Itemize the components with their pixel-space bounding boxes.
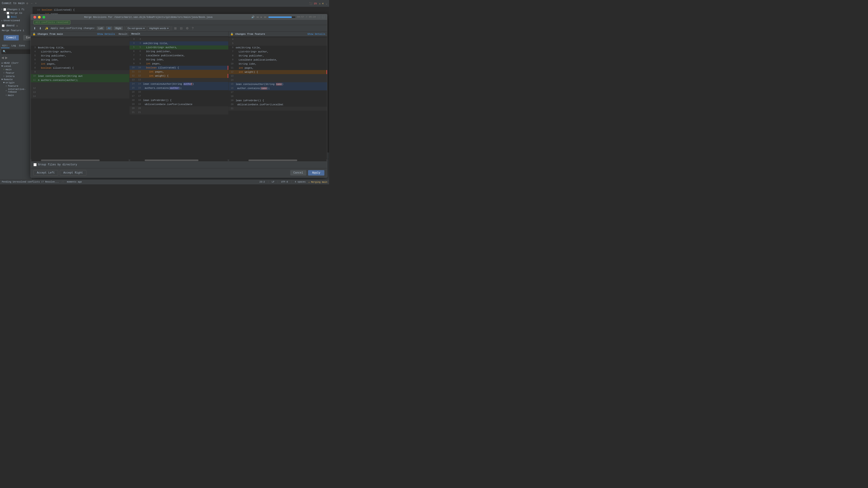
fullscreen-icon[interactable]: ⛶ [318,15,320,19]
right-scrollbar-thumb[interactable] [248,160,297,161]
git-tab[interactable]: Git: [1,43,9,48]
settings-btn[interactable]: ⚙ [185,26,190,31]
center-row-17: 17 17 [129,94,228,98]
minimize-icon[interactable]: — [31,2,33,5]
left-row-8: 8 boolean illustrated) { [31,66,129,70]
center-scrollbar-thumb[interactable] [145,160,198,161]
sidebar-changes-item[interactable]: ▼ Changes 1 fi [0,8,33,11]
right-scrollbar-track [229,160,327,161]
sidebar-book-item[interactable]: 📄 Bool [0,15,33,19]
right-row-19: 19 lean isPreOrder() { [228,98,327,103]
amend-checkbox[interactable] [2,24,4,27]
left-btn[interactable]: Left [97,26,104,30]
top-toolbar: Commit to main ⚙ — × ⬛ 25 ⚠ 4 ⌄ [0,0,329,7]
main-remote-item[interactable]: ⬆ main [0,94,33,97]
center-row-20: 20 20 [129,106,228,110]
right-pane-scrollbar[interactable] [228,159,327,161]
head-item[interactable]: ◉ HEAD (Curr [0,61,33,65]
group-files-checkbox[interactable] [33,163,37,166]
center-pane-content[interactable]: 3 3 4 4 ook(String title, 5 5 List<Strin… [129,36,228,159]
left-scrollbar-thumb[interactable] [41,160,99,161]
titlebar-dot-red[interactable] [33,16,36,19]
right-row-15: 15 lean containsAuthor(String name) [228,82,327,86]
center-code-view: 3 3 4 4 ook(String title, 5 5 List<Strin… [129,36,228,116]
right-row-18: 18 [228,94,327,98]
toolbar-expand-icon[interactable]: ⌄ [326,2,327,5]
toolbar-right: ⬛ 25 ⚠ 4 ⌄ [309,2,327,5]
amend-gear-icon[interactable]: ⚙ [16,24,18,27]
ignore-dropdown-btn[interactable]: Do not ignore ▾ [126,26,146,31]
left-pane-scrollbar[interactable] [31,159,129,161]
center-row-7: 7 7 LocalDate publicationDate, [129,54,228,58]
origin-item[interactable]: ▼ origin [0,81,33,84]
gear-icon[interactable]: ⚙ [26,2,28,5]
center-row-16: 16 16 [129,90,228,94]
log-tab[interactable]: Log [10,43,17,48]
accept-left-button[interactable]: Accept Left [33,170,58,175]
commit-button[interactable]: Commit [4,35,19,40]
right-btn[interactable]: Right [114,26,123,30]
center-row-3: 3 3 [129,37,228,41]
right-row-14: 14 [228,78,327,82]
left-scrollbar-track [31,160,129,161]
nav-back-button[interactable]: ◀ [1,56,4,59]
sidebar-unversioned-item[interactable]: ▶ Unversioned [0,19,33,22]
highlight-label: Highlight words [149,27,166,30]
interactive-rebase-item[interactable]: ⬆ interactive-rebase [0,88,33,94]
status-bar: Pending Unresolved conflicts // Resolve.… [0,180,329,184]
merge-col-checkbox[interactable] [6,12,9,14]
nav-forward-button[interactable]: ▶ [5,56,8,59]
left-row-14: 13 [31,90,129,94]
layout-btn-2[interactable]: ⊟ [179,26,184,31]
interactive-branch-item[interactable]: ⬆ intera [0,74,33,78]
left-row-9: 9 [31,70,129,74]
toolbar-arrow-up-btn[interactable]: ⬆ [33,26,37,31]
search-input[interactable] [7,51,30,53]
cancel-button[interactable]: Cancel [290,170,306,175]
highlight-words-btn[interactable]: Highlight words ▾ [148,26,170,31]
remote-arrow-icon: ▼ [1,78,3,81]
layout-btn-1[interactable]: ⊞ [173,26,178,31]
cons-tab[interactable]: Cons [18,43,26,48]
left-row-12 [31,82,129,86]
prev-icon[interactable]: ⏮ [256,15,259,19]
right-pane: 🔒 Changes from feature Show Details 4 5 … [228,32,327,161]
volume-icon[interactable]: 🔊 [251,15,254,19]
left-show-details-link[interactable]: Show Details [97,33,115,35]
changes-checkbox[interactable] [3,8,6,11]
feature-remote-item[interactable]: ⬆ feature [0,84,33,88]
apply-button[interactable]: Apply [308,170,324,175]
titlebar-dot-green[interactable] [42,16,45,19]
center-pane-scrollbar[interactable] [129,159,228,161]
left-pane-content[interactable]: 3 Book(String title, 4 List<String> auth… [31,37,129,159]
center-row-12: 12 12 int weight) { [129,74,228,78]
right-pane-content[interactable]: 4 5 6 ook(String title, 7 List<String> a… [228,37,327,159]
accept-right-button[interactable]: Accept Right [60,170,86,175]
feature-branch-icon: ⬆ [3,71,5,74]
play-icon[interactable]: ▶ [260,15,262,19]
right-show-details-link[interactable]: Show Details [307,33,325,35]
toolbar-arrow-down-btn[interactable]: ⬇ [38,26,42,31]
all-btn[interactable]: All [106,26,112,30]
conflict-marker-right [228,66,228,70]
dialog-bottom-left: Accept Left Accept Right [33,170,86,175]
close-icon[interactable]: × [35,2,37,5]
main-branch-item[interactable]: ⬆ main [0,68,33,71]
feature-branch-item[interactable]: ⬆ featur [0,71,33,74]
left-row-4: 4 List<String> authors, [31,50,129,54]
expand-icon[interactable]: ⛶ [322,15,324,19]
time-current: 04:57 [297,16,304,18]
merge-feature-label: Merge feature i [0,28,33,33]
toolbar-magic-btn[interactable]: ✨ [44,26,49,31]
help-btn[interactable]: ? [191,26,195,31]
result-label: Result [119,33,128,35]
merge-panes: 🔒 Changes from main Show Details Result [31,32,327,161]
center-row-10: 10 10 boolean illustrated) { [129,66,228,70]
warning-status: ⚠ Merging main [308,181,327,184]
dialog-title: Merge Revisions for /Users/marit.van.dij… [47,16,250,19]
titlebar-dot-yellow[interactable] [38,16,41,19]
right-pane-header: 🔒 Changes from feature Show Details [228,32,327,37]
sidebar-merge-col-item[interactable]: ▼ Merge Co [0,11,33,15]
center-scrollbar-track [130,160,228,161]
next-icon[interactable]: ⏭ [264,15,267,19]
